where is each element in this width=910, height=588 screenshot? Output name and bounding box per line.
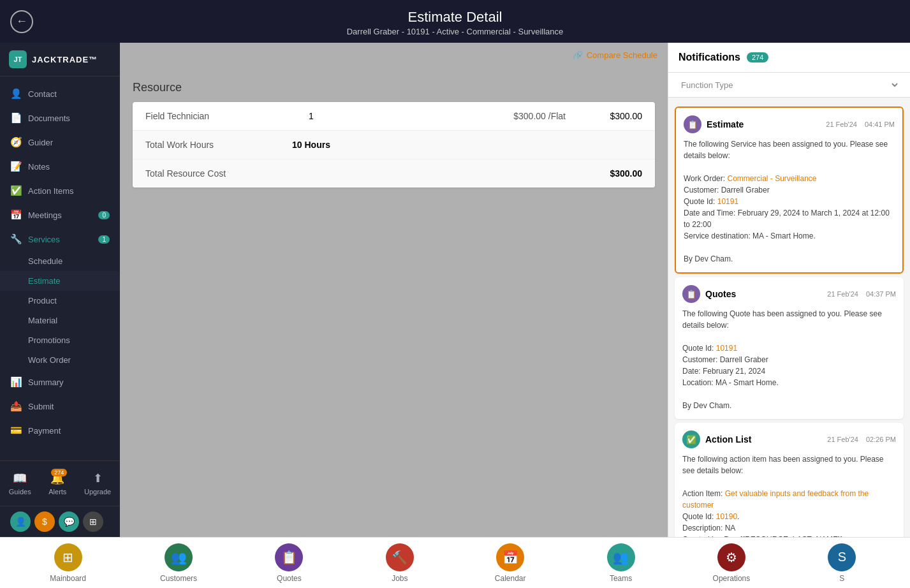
- tab-label-operations: Operations: [713, 574, 751, 583]
- sidebar-subitem-promotions[interactable]: Promotions: [0, 330, 120, 350]
- function-type-select[interactable]: Function Type: [679, 80, 900, 91]
- page-subtitle: Darrell Graber - 10191 - Active - Commer…: [0, 27, 910, 36]
- guides-label: Guides: [9, 488, 31, 496]
- sidebar-item-summary[interactable]: 📊 Summary: [0, 370, 120, 394]
- resource-title: Resource: [133, 81, 655, 94]
- main-content: 🔗 Compare Schedule Resource Field Techni…: [120, 43, 668, 537]
- mainboard-icon: ⊞: [54, 543, 82, 571]
- tab-label-customers: Customers: [160, 574, 197, 583]
- jobs-icon: 🔨: [386, 543, 414, 571]
- grid-icon-btn[interactable]: ⊞: [83, 511, 103, 532]
- customers-icon: 👥: [165, 543, 193, 571]
- guides-icon: 📖: [13, 471, 27, 485]
- notif-date: 21 Feb'24: [826, 121, 857, 128]
- sidebar-item-label: Notes: [28, 162, 50, 172]
- notifications-filter[interactable]: Function Type: [668, 73, 910, 98]
- resource-total: $300.00: [566, 111, 642, 121]
- table-row: Field Technician 1 $300.00 /Flat $300.00: [133, 102, 655, 131]
- sidebar-item-meetings[interactable]: 📅 Meetings 0: [0, 203, 120, 227]
- back-icon: ←: [16, 15, 27, 28]
- guider-icon: 🧭: [10, 136, 22, 148]
- sidebar-item-contact[interactable]: 👤 Contact: [0, 82, 120, 106]
- sidebar-item-label: Guider: [28, 138, 53, 147]
- submit-icon: 📤: [10, 401, 22, 412]
- notif-type-label: Estimate: [707, 119, 744, 129]
- sidebar-subitem-estimate[interactable]: Estimate: [0, 271, 120, 291]
- alerts-label: Alerts: [48, 488, 66, 496]
- tab-teams[interactable]: 👥 Teams: [566, 543, 676, 583]
- tab-operations[interactable]: ⚙ Operations: [676, 543, 786, 583]
- tab-label-teams: Teams: [610, 574, 632, 583]
- sidebar-icon-row: 👤 $ 💬 ⊞: [0, 506, 120, 537]
- quotes-icon: 📋: [275, 543, 303, 571]
- notif-date-3: 21 Feb'24: [827, 436, 858, 443]
- dollar-icon-btn[interactable]: $: [34, 511, 55, 532]
- quote-id-link-2[interactable]: 10191: [716, 344, 737, 353]
- quote-id-link-1[interactable]: 10191: [717, 197, 738, 206]
- person-icon-btn[interactable]: 👤: [10, 511, 31, 532]
- estimate-notif-icon: 📋: [684, 115, 701, 133]
- tab-quotes[interactable]: 📋 Quotes: [234, 543, 344, 583]
- notif-time-2: 04:37 PM: [866, 290, 896, 298]
- summary-icon: 📊: [10, 376, 22, 388]
- alerts-button[interactable]: 🔔 274 Alerts: [43, 467, 71, 499]
- tab-bar: ⊞ Mainboard 👥 Customers 📋 Quotes 🔨 Jobs …: [0, 537, 910, 588]
- documents-icon: 📄: [10, 112, 22, 124]
- sidebar-item-payment[interactable]: 💳 Payment: [0, 418, 120, 443]
- tab-mainboard[interactable]: ⊞ Mainboard: [13, 543, 123, 583]
- sidebar-item-label: Contact: [28, 89, 57, 99]
- sidebar-item-action-items[interactable]: ✅ Action Items: [0, 179, 120, 203]
- sidebar-item-services[interactable]: 🔧 Services 1: [0, 227, 120, 251]
- resource-type: Field Technician: [145, 111, 286, 121]
- total-cost-label: Total Resource Cost: [145, 168, 286, 179]
- notifications-title: Notifications: [679, 52, 740, 63]
- meetings-badge: 0: [98, 211, 110, 219]
- guides-button[interactable]: 📖 Guides: [4, 467, 36, 499]
- sidebar-item-guider[interactable]: 🧭 Guider: [0, 130, 120, 154]
- tab-label-s: S: [839, 574, 844, 583]
- tab-label-quotes: Quotes: [277, 574, 302, 583]
- sidebar-item-label: Action Items: [28, 186, 74, 196]
- action-list-notif-icon: ✅: [682, 430, 700, 448]
- sidebar-item-label: Summary: [28, 378, 64, 387]
- alerts-badge: 274: [51, 469, 67, 476]
- quote-id-link-3[interactable]: 10190: [716, 512, 737, 521]
- tab-customers[interactable]: 👥 Customers: [123, 543, 233, 583]
- compare-icon: 🔗: [573, 50, 583, 60]
- compare-schedule-button[interactable]: 🔗 Compare Schedule: [573, 50, 657, 60]
- operations-icon: ⚙: [717, 543, 745, 571]
- tab-label-calendar: Calendar: [495, 574, 526, 583]
- page-title: Estimate Detail: [0, 9, 910, 26]
- notif-type-label-3: Action List: [705, 434, 751, 445]
- sidebar-item-submit[interactable]: 📤 Submit: [0, 394, 120, 418]
- sidebar-logo: JT JACKTRADE™: [0, 43, 120, 77]
- tab-calendar[interactable]: 📅 Calendar: [455, 543, 566, 583]
- action-item-link[interactable]: Get valuable inputs and feedback from th…: [682, 489, 869, 510]
- sidebar-bottom: 📖 Guides 🔔 274 Alerts ⬆ Upgrade: [0, 460, 120, 506]
- sidebar-subitem-material[interactable]: Material: [0, 311, 120, 330]
- notification-item-1[interactable]: 📋 Estimate 21 Feb'24 04:41 PM The follow…: [675, 107, 904, 274]
- notification-item-2[interactable]: 📋 Quotes 21 Feb'24 04:37 PM The followin…: [675, 277, 904, 419]
- sidebar-item-label: Services: [28, 235, 60, 244]
- tab-s[interactable]: S S: [787, 543, 897, 583]
- tab-jobs[interactable]: 🔨 Jobs: [344, 543, 455, 583]
- notif-date-2: 21 Feb'24: [827, 290, 858, 298]
- sidebar-item-notes[interactable]: 📝 Notes: [0, 154, 120, 179]
- notif-body-3: The following action item has been assig…: [682, 453, 896, 537]
- sidebar-subitem-schedule[interactable]: Schedule: [0, 251, 120, 271]
- services-badge: 1: [98, 235, 110, 244]
- tab-label-jobs: Jobs: [392, 574, 407, 583]
- notification-item-3[interactable]: ✅ Action List 21 Feb'24 02:26 PM The fol…: [675, 423, 904, 537]
- work-order-link[interactable]: Commercial - Surveillance: [727, 174, 816, 183]
- notifications-header: Notifications 274: [668, 43, 910, 73]
- sidebar-subitem-product[interactable]: Product: [0, 291, 120, 311]
- upgrade-button[interactable]: ⬆ Upgrade: [79, 467, 116, 499]
- sidebar-subitem-work-order[interactable]: Work Order: [0, 350, 120, 370]
- sidebar-item-label: Documents: [28, 114, 70, 123]
- sidebar-item-label: Submit: [28, 402, 54, 411]
- sidebar-item-label: Meetings: [28, 210, 62, 220]
- chat-icon-btn[interactable]: 💬: [59, 511, 79, 532]
- sidebar-item-documents[interactable]: 📄 Documents: [0, 106, 120, 130]
- resource-section: Resource Field Technician 1 $300.00 /Fla…: [120, 68, 668, 200]
- back-button[interactable]: ←: [10, 10, 33, 33]
